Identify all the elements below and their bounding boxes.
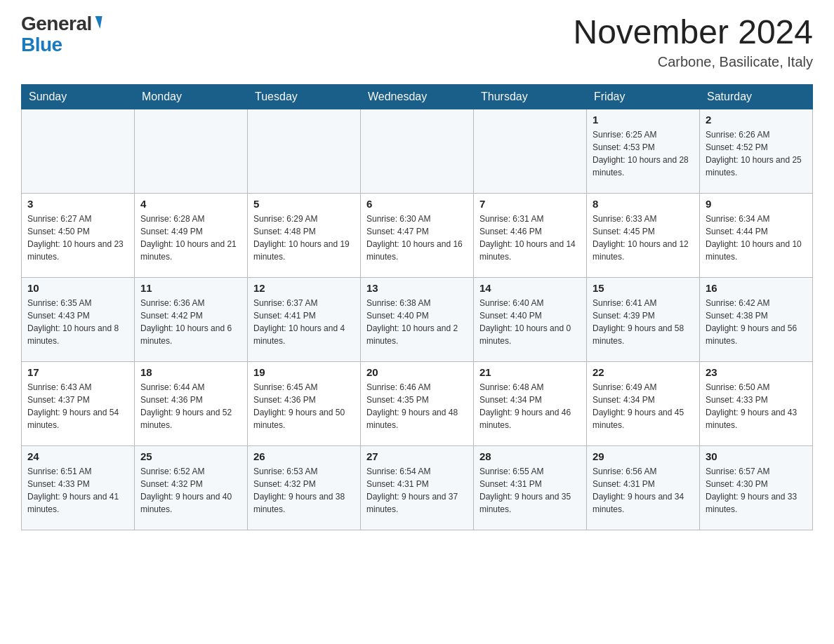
day-info: Sunrise: 6:36 AM Sunset: 4:42 PM Dayligh… [140,297,241,347]
day-info: Sunrise: 6:31 AM Sunset: 4:46 PM Dayligh… [479,213,581,263]
day-number: 24 [27,450,128,462]
title-block: November 2024 Carbone, Basilicate, Italy [573,14,813,70]
day-number: 11 [140,282,241,294]
calendar-week-row: 1Sunrise: 6:25 AM Sunset: 4:53 PM Daylig… [22,109,813,193]
day-info: Sunrise: 6:48 AM Sunset: 4:34 PM Dayligh… [479,381,581,431]
calendar-cell: 3Sunrise: 6:27 AM Sunset: 4:50 PM Daylig… [22,193,135,277]
day-info: Sunrise: 6:57 AM Sunset: 4:30 PM Dayligh… [706,465,807,516]
calendar-cell: 13Sunrise: 6:38 AM Sunset: 4:40 PM Dayli… [361,277,474,361]
day-number: 6 [366,198,468,210]
calendar-cell: 12Sunrise: 6:37 AM Sunset: 4:41 PM Dayli… [248,277,361,361]
day-number: 25 [140,450,241,462]
day-info: Sunrise: 6:45 AM Sunset: 4:36 PM Dayligh… [253,381,355,431]
day-number: 16 [706,282,807,294]
calendar-cell: 27Sunrise: 6:54 AM Sunset: 4:31 PM Dayli… [361,445,474,530]
day-info: Sunrise: 6:52 AM Sunset: 4:32 PM Dayligh… [140,465,241,516]
day-number: 22 [593,366,694,378]
calendar-cell: 28Sunrise: 6:55 AM Sunset: 4:31 PM Dayli… [474,445,587,530]
day-info: Sunrise: 6:27 AM Sunset: 4:50 PM Dayligh… [27,213,128,263]
day-number: 18 [140,366,241,378]
calendar-cell: 20Sunrise: 6:46 AM Sunset: 4:35 PM Dayli… [361,361,474,445]
calendar-cell: 1Sunrise: 6:25 AM Sunset: 4:53 PM Daylig… [587,109,700,193]
logo-general-text: General [21,14,92,34]
calendar-cell [135,109,248,193]
calendar-cell: 23Sunrise: 6:50 AM Sunset: 4:33 PM Dayli… [700,361,813,445]
day-info: Sunrise: 6:54 AM Sunset: 4:31 PM Dayligh… [366,465,468,516]
day-number: 7 [479,198,581,210]
day-number: 2 [706,114,807,126]
day-number: 14 [479,282,581,294]
day-number: 29 [593,450,694,462]
calendar-day-header: Monday [135,84,248,109]
calendar-cell: 19Sunrise: 6:45 AM Sunset: 4:36 PM Dayli… [248,361,361,445]
day-info: Sunrise: 6:38 AM Sunset: 4:40 PM Dayligh… [366,297,468,347]
calendar-cell: 21Sunrise: 6:48 AM Sunset: 4:34 PM Dayli… [474,361,587,445]
calendar-cell [361,109,474,193]
calendar-cell [474,109,587,193]
calendar-cell: 25Sunrise: 6:52 AM Sunset: 4:32 PM Dayli… [135,445,248,530]
calendar-week-row: 17Sunrise: 6:43 AM Sunset: 4:37 PM Dayli… [22,361,813,445]
day-info: Sunrise: 6:55 AM Sunset: 4:31 PM Dayligh… [479,465,581,516]
day-info: Sunrise: 6:43 AM Sunset: 4:37 PM Dayligh… [27,381,128,431]
calendar-cell: 7Sunrise: 6:31 AM Sunset: 4:46 PM Daylig… [474,193,587,277]
day-info: Sunrise: 6:42 AM Sunset: 4:38 PM Dayligh… [706,297,807,347]
calendar-cell: 2Sunrise: 6:26 AM Sunset: 4:52 PM Daylig… [700,109,813,193]
calendar-cell [248,109,361,193]
day-number: 30 [706,450,807,462]
calendar-week-row: 24Sunrise: 6:51 AM Sunset: 4:33 PM Dayli… [22,445,813,530]
day-number: 1 [593,114,694,126]
calendar-cell: 29Sunrise: 6:56 AM Sunset: 4:31 PM Dayli… [587,445,700,530]
calendar-cell: 17Sunrise: 6:43 AM Sunset: 4:37 PM Dayli… [22,361,135,445]
calendar-cell: 18Sunrise: 6:44 AM Sunset: 4:36 PM Dayli… [135,361,248,445]
calendar-cell: 5Sunrise: 6:29 AM Sunset: 4:48 PM Daylig… [248,193,361,277]
calendar-cell: 4Sunrise: 6:28 AM Sunset: 4:49 PM Daylig… [135,193,248,277]
day-info: Sunrise: 6:53 AM Sunset: 4:32 PM Dayligh… [253,465,355,516]
day-number: 5 [253,198,355,210]
calendar-header-row: SundayMondayTuesdayWednesdayThursdayFrid… [22,84,813,109]
day-number: 19 [253,366,355,378]
day-number: 20 [366,366,468,378]
calendar-day-header: Sunday [22,84,135,109]
day-info: Sunrise: 6:29 AM Sunset: 4:48 PM Dayligh… [253,213,355,263]
day-info: Sunrise: 6:44 AM Sunset: 4:36 PM Dayligh… [140,381,241,431]
calendar-cell: 14Sunrise: 6:40 AM Sunset: 4:40 PM Dayli… [474,277,587,361]
calendar-week-row: 3Sunrise: 6:27 AM Sunset: 4:50 PM Daylig… [22,193,813,277]
calendar-cell: 10Sunrise: 6:35 AM Sunset: 4:43 PM Dayli… [22,277,135,361]
calendar-cell: 9Sunrise: 6:34 AM Sunset: 4:44 PM Daylig… [700,193,813,277]
day-number: 21 [479,366,581,378]
calendar-cell: 6Sunrise: 6:30 AM Sunset: 4:47 PM Daylig… [361,193,474,277]
day-number: 12 [253,282,355,294]
day-number: 15 [593,282,694,294]
calendar-cell: 15Sunrise: 6:41 AM Sunset: 4:39 PM Dayli… [587,277,700,361]
day-info: Sunrise: 6:46 AM Sunset: 4:35 PM Dayligh… [366,381,468,431]
calendar-table: SundayMondayTuesdayWednesdayThursdayFrid… [21,84,813,530]
calendar-day-header: Thursday [474,84,587,109]
logo-triangle-icon [93,16,102,29]
day-number: 17 [27,366,128,378]
day-info: Sunrise: 6:56 AM Sunset: 4:31 PM Dayligh… [593,465,694,516]
day-info: Sunrise: 6:35 AM Sunset: 4:43 PM Dayligh… [27,297,128,347]
calendar-cell: 26Sunrise: 6:53 AM Sunset: 4:32 PM Dayli… [248,445,361,530]
calendar-day-header: Tuesday [248,84,361,109]
day-info: Sunrise: 6:49 AM Sunset: 4:34 PM Dayligh… [593,381,694,431]
day-info: Sunrise: 6:40 AM Sunset: 4:40 PM Dayligh… [479,297,581,347]
location-subtitle: Carbone, Basilicate, Italy [573,54,813,70]
calendar-cell [22,109,135,193]
day-number: 9 [706,198,807,210]
calendar-cell: 30Sunrise: 6:57 AM Sunset: 4:30 PM Dayli… [700,445,813,530]
day-info: Sunrise: 6:30 AM Sunset: 4:47 PM Dayligh… [366,213,468,263]
page-header: General Blue November 2024 Carbone, Basi… [21,14,813,70]
calendar-cell: 8Sunrise: 6:33 AM Sunset: 4:45 PM Daylig… [587,193,700,277]
logo-blue-text: Blue [21,34,62,55]
day-number: 10 [27,282,128,294]
calendar-cell: 22Sunrise: 6:49 AM Sunset: 4:34 PM Dayli… [587,361,700,445]
day-number: 3 [27,198,128,210]
day-info: Sunrise: 6:51 AM Sunset: 4:33 PM Dayligh… [27,465,128,516]
logo: General Blue [21,14,101,55]
calendar-day-header: Friday [587,84,700,109]
day-info: Sunrise: 6:25 AM Sunset: 4:53 PM Dayligh… [593,128,694,179]
day-info: Sunrise: 6:34 AM Sunset: 4:44 PM Dayligh… [706,213,807,263]
day-number: 27 [366,450,468,462]
day-info: Sunrise: 6:33 AM Sunset: 4:45 PM Dayligh… [593,213,694,263]
calendar-week-row: 10Sunrise: 6:35 AM Sunset: 4:43 PM Dayli… [22,277,813,361]
